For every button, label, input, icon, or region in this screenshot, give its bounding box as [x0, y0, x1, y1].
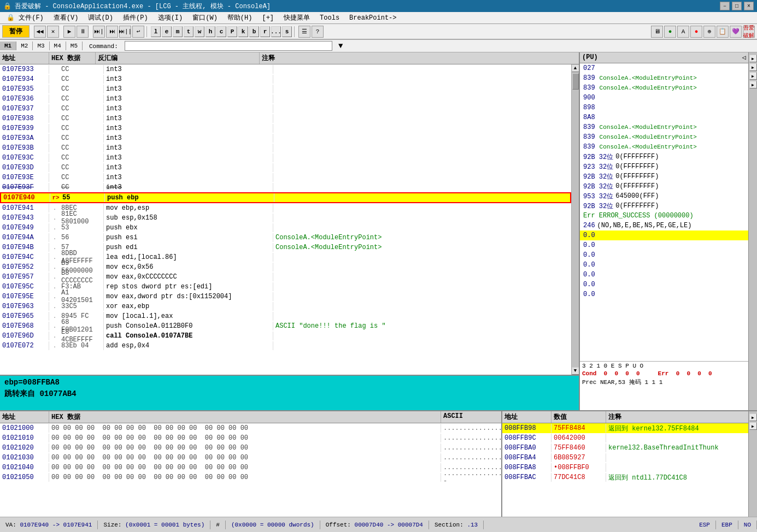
reg-row-fp5[interactable]: 0.0	[580, 270, 748, 280]
close-button[interactable]: ×	[744, 2, 754, 10]
screen-button[interactable]: 🖥	[651, 26, 663, 38]
reg-row[interactable]: 923 32位0(FFFFFFFF)	[580, 162, 748, 172]
table-row[interactable]: 008FFBA8 •008FFBF0	[502, 463, 748, 472]
table-row[interactable]: 0107E937CCint3	[0, 104, 571, 114]
step-into-button[interactable]: ⏭|	[93, 26, 105, 38]
love-button[interactable]: 💜	[730, 26, 742, 38]
title-bar-controls[interactable]: － □ ×	[720, 2, 754, 10]
b-button[interactable]: b	[249, 26, 259, 37]
crack-button[interactable]: 吾爱破解	[743, 26, 755, 38]
k-button[interactable]: k	[238, 26, 248, 37]
disasm-scrollbar[interactable]: ▲ ▼	[571, 64, 579, 375]
clipboard-button[interactable]: 📋	[717, 26, 729, 38]
table-row[interactable]: 01021020 00 00 00 00 00 00 00 00 00 00 0…	[0, 443, 501, 453]
maximize-button[interactable]: □	[732, 2, 742, 10]
menu-plugin[interactable]: 插件(P)	[119, 12, 152, 23]
tab-m4[interactable]: M4	[50, 42, 66, 50]
s-button[interactable]: s	[282, 26, 292, 37]
rewind-button[interactable]: ◀◀	[34, 26, 46, 38]
scroll-thumb[interactable]	[572, 73, 579, 90]
reg-row-fp3[interactable]: 0.0	[580, 250, 748, 260]
l-button[interactable]: l	[151, 26, 161, 37]
table-row[interactable]: 008FFBA4 6B085927	[502, 453, 748, 463]
edge-bottom-btn-1[interactable]: ▶	[749, 413, 757, 421]
table-row[interactable]: 0107E949.53push ebx	[0, 223, 571, 233]
table-row[interactable]: 0107E072.83Eb 04add esp,0x4	[0, 341, 571, 351]
menu-options[interactable]: 选项(I)	[154, 12, 187, 23]
table-row[interactable]: 0107E93DCCint3	[0, 163, 571, 173]
reg-row[interactable]: 953 32位645000(FFF)	[580, 191, 748, 201]
reg-row[interactable]: 839 ConsoleA.<ModuleEntryPoint>	[580, 122, 748, 132]
scroll-up[interactable]: ▲	[572, 64, 579, 72]
reg-row[interactable]: 900	[580, 93, 748, 103]
table-row[interactable]: 008FFB98 75FF8484 返回到 kernel32.75FF8484	[502, 423, 748, 433]
reg-row[interactable]: 839 ConsoleA.<ModuleEntryPoint>	[580, 132, 748, 142]
stop-x-button[interactable]: ✕	[47, 26, 59, 38]
pause-button[interactable]: ⏸	[77, 26, 89, 38]
r-button[interactable]: r	[260, 26, 270, 37]
table-row[interactable]: 0107E934CCint3	[0, 74, 571, 84]
reg-row[interactable]: 839 ConsoleA.<ModuleEntryPoint>	[580, 73, 748, 83]
reg-row-fp[interactable]: 0.0	[580, 230, 748, 240]
edge-btn-2[interactable]: ▶	[749, 63, 757, 71]
menu-debug[interactable]: 调试(D)	[84, 12, 118, 23]
current-instruction-row[interactable]: 0107E940 r> 55 push ebp	[0, 192, 571, 203]
c-button[interactable]: c	[216, 26, 226, 37]
step-over-button[interactable]: ⏭	[106, 26, 118, 38]
run-button[interactable]: ▶	[63, 26, 75, 38]
reg-row-flags[interactable]: 246(NO,NB,E,BE,NS,PE,GE,LE)	[580, 221, 748, 230]
table-row[interactable]: 0107E938CCint3	[0, 114, 571, 123]
m-button[interactable]: m	[173, 26, 183, 37]
tab-m1[interactable]: M1	[0, 42, 16, 50]
table-row[interactable]: 0107E93ACCint3	[0, 133, 571, 143]
reg-row[interactable]: 898	[580, 103, 748, 113]
table-row[interactable]: 0107E96D.E8 4CBEFFFFcall ConsoleA.0107A7…	[0, 331, 571, 341]
table-row[interactable]: 01021040 00 00 00 00 00 00 00 00 00 00 0…	[0, 463, 501, 472]
a-button[interactable]: A	[677, 26, 689, 38]
menu-plus[interactable]: [+]	[257, 13, 278, 23]
menu-help[interactable]: 帮助(H)	[223, 12, 257, 23]
t-button[interactable]: t	[184, 26, 193, 37]
menu-breakpoint[interactable]: BreakPoint->	[345, 13, 401, 23]
plus-circle-button[interactable]: ⊕	[703, 26, 715, 38]
table-row[interactable]: 0107E93FCCint3	[0, 182, 571, 192]
table-row[interactable]: 0107E943.81EC 5801000sub esp,0x158	[0, 213, 571, 223]
table-row[interactable]: 008FFBA0 75FF8460 kernel32.BaseThreadIni…	[502, 443, 748, 453]
h-button[interactable]: h	[206, 26, 215, 37]
table-row[interactable]: 0107E95E.A1 04201501mov eax,dword ptr ds…	[0, 292, 571, 302]
red-dot-button[interactable]: ●	[690, 26, 702, 38]
table-row[interactable]: 0107E93ECCint3	[0, 173, 571, 182]
w-button[interactable]: w	[195, 26, 204, 37]
table-row[interactable]: 0107E935CCint3	[0, 84, 571, 94]
menu-view[interactable]: 查看(V)	[49, 12, 83, 23]
reg-row[interactable]: 92B 32位0(FFFFFFFF)	[580, 201, 748, 211]
tab-m5[interactable]: M5	[66, 42, 83, 50]
table-row[interactable]: 0107E94A.56push esiConsoleA.<ModuleEntry…	[0, 233, 571, 243]
reg-row[interactable]: 92B 32位0(FFFFFFFF)	[580, 152, 748, 162]
table-row[interactable]: 0107E936CCint3	[0, 94, 571, 104]
list-button[interactable]: ☰	[298, 26, 310, 38]
table-row[interactable]: 0107E93CCCint3	[0, 153, 571, 163]
edge-btn-4[interactable]: ▶	[749, 81, 757, 88]
reg-row-fp6[interactable]: 0.0	[580, 280, 748, 289]
step-out-button[interactable]: ⏭||	[119, 26, 131, 38]
tab-m2[interactable]: M2	[16, 42, 33, 50]
table-row[interactable]: 0107E957.B8 CCCCCCCCmov eax,0xCCCCCCCC	[0, 272, 571, 282]
reg-row-err[interactable]: Err ERROR_SUCCESS (00000000)	[580, 211, 748, 221]
reg-row[interactable]: 839 ConsoleA.<ModuleEntryPoint>	[580, 83, 748, 93]
reg-row-fp2[interactable]: 0.0	[580, 240, 748, 250]
reg-row-fp7[interactable]: 0.0	[580, 289, 748, 299]
menu-window[interactable]: 窗口(W)	[188, 12, 222, 23]
register-collapse[interactable]: ◁	[742, 54, 746, 62]
table-row[interactable]: 01021010 00 00 00 00 00 00 00 00 00 00 0…	[0, 433, 501, 443]
dots-button[interactable]: ...	[271, 26, 281, 37]
green-button[interactable]: ●	[664, 26, 676, 38]
table-row[interactable]: 01021050 00 00 00 00 00 00 00 00 00 00 0…	[0, 472, 501, 482]
stop-button[interactable]: 暂停	[2, 25, 30, 38]
disasm-scroll[interactable]: 0107E933CCint3 0107E934CCint3 0107E935CC…	[0, 64, 579, 375]
step-back-button[interactable]: ↩	[132, 26, 144, 38]
edge-btn-3[interactable]: ▶	[749, 72, 757, 80]
table-row[interactable]: 0107E963.33C5xor eax,ebp	[0, 302, 571, 311]
reg-row[interactable]: 92B 32位0(FFFFFFFF)	[580, 172, 748, 181]
edge-bottom-btn-2[interactable]: ▶	[749, 422, 757, 430]
